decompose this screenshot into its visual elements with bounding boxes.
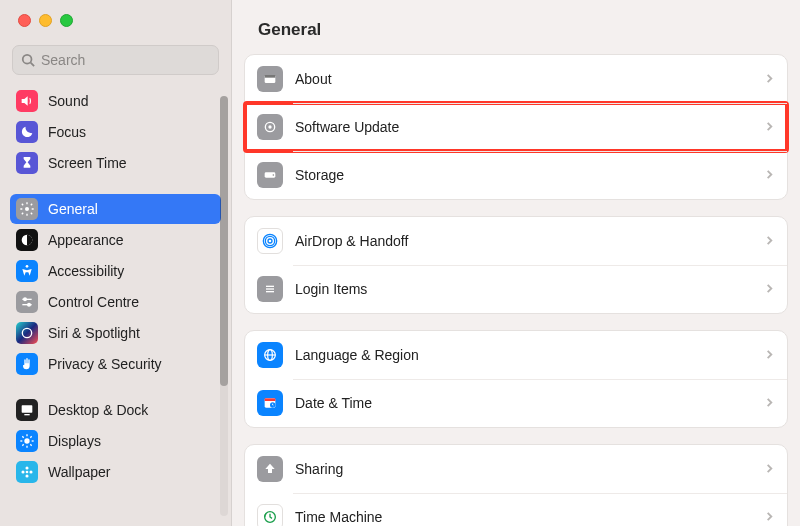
window-controls (0, 0, 231, 41)
svg-point-25 (29, 470, 32, 473)
card-language-date: Language & Region Date & Time (244, 330, 788, 428)
flower-icon (16, 461, 38, 483)
sidebar-item-label: Screen Time (48, 155, 127, 171)
main-pane: General About Software Update (232, 0, 800, 526)
svg-line-19 (22, 444, 23, 445)
sidebar-scrollbar[interactable] (220, 96, 228, 516)
sidebar-item-sound[interactable]: Sound (10, 86, 221, 116)
card-system: About Software Update Storage (244, 54, 788, 200)
row-label: Time Machine (295, 509, 764, 525)
svg-point-22 (25, 466, 28, 469)
svg-line-20 (30, 436, 31, 437)
siri-icon (16, 322, 38, 344)
sidebar-item-wallpaper[interactable]: Wallpaper (10, 457, 221, 487)
sidebar-item-accessibility[interactable]: Accessibility (10, 256, 221, 286)
sidebar-item-label: Desktop & Dock (48, 402, 148, 418)
airdrop-icon (257, 228, 283, 254)
row-language[interactable]: Language & Region (245, 331, 787, 379)
chevron-right-icon (764, 233, 775, 249)
globe-icon (257, 342, 283, 368)
row-date-time[interactable]: Date & Time (245, 379, 787, 427)
chevron-right-icon (764, 347, 775, 363)
row-software-update[interactable]: Software Update (245, 103, 787, 151)
svg-rect-42 (265, 398, 276, 401)
desktop-icon (16, 399, 38, 421)
sidebar-item-label: Displays (48, 433, 101, 449)
sidebar: Sound Focus Screen Time General (0, 0, 232, 526)
sidebar-item-siri[interactable]: Siri & Spotlight (10, 318, 221, 348)
chevron-right-icon (764, 281, 775, 297)
sidebar-item-general[interactable]: General (10, 194, 221, 224)
row-login-items[interactable]: Login Items (245, 265, 787, 313)
svg-point-21 (26, 471, 29, 474)
chevron-right-icon (764, 395, 775, 411)
svg-rect-11 (24, 414, 29, 415)
svg-point-9 (22, 328, 31, 337)
svg-marker-44 (265, 464, 274, 473)
svg-line-18 (30, 444, 31, 445)
sidebar-item-appearance[interactable]: Appearance (10, 225, 221, 255)
sliders-icon (16, 291, 38, 313)
card-airdrop-login: AirDrop & Handoff Login Items (244, 216, 788, 314)
svg-point-4 (26, 265, 29, 268)
row-airdrop[interactable]: AirDrop & Handoff (245, 217, 787, 265)
sidebar-item-label: Accessibility (48, 263, 124, 279)
sidebar-item-label: Siri & Spotlight (48, 325, 140, 341)
gear-icon (16, 198, 38, 220)
chevron-right-icon (764, 461, 775, 477)
hand-icon (16, 353, 38, 375)
row-about[interactable]: About (245, 55, 787, 103)
list-icon (257, 276, 283, 302)
minimize-window-button[interactable] (39, 14, 52, 27)
chevron-right-icon (764, 119, 775, 135)
row-label: Language & Region (295, 347, 764, 363)
hourglass-icon (16, 152, 38, 174)
row-storage[interactable]: Storage (245, 151, 787, 199)
accessibility-icon (16, 260, 38, 282)
sidebar-item-desktop-dock[interactable]: Desktop & Dock (10, 395, 221, 425)
svg-point-8 (28, 303, 31, 306)
close-window-button[interactable] (18, 14, 31, 27)
speaker-icon (16, 90, 38, 112)
sidebar-item-label: Privacy & Security (48, 356, 162, 372)
chevron-right-icon (764, 167, 775, 183)
scroll-thumb[interactable] (220, 96, 228, 386)
sidebar-item-control-centre[interactable]: Control Centre (10, 287, 221, 317)
svg-line-1 (31, 63, 35, 67)
sidebar-item-label: General (48, 201, 98, 217)
svg-point-32 (268, 239, 272, 243)
gear-badge-icon (257, 114, 283, 140)
time-machine-icon (257, 504, 283, 526)
svg-point-33 (265, 236, 274, 245)
svg-point-29 (268, 125, 271, 128)
search-input[interactable] (41, 52, 210, 68)
settings-window: Sound Focus Screen Time General (0, 0, 800, 526)
row-label: Date & Time (295, 395, 764, 411)
row-label: Software Update (295, 119, 764, 135)
moon-icon (16, 121, 38, 143)
svg-point-6 (24, 298, 27, 301)
row-label: Login Items (295, 281, 764, 297)
row-time-machine[interactable]: Time Machine (245, 493, 787, 526)
calendar-clock-icon (257, 390, 283, 416)
sidebar-item-privacy[interactable]: Privacy & Security (10, 349, 221, 379)
card-sharing-tm: Sharing Time Machine (244, 444, 788, 526)
share-icon (257, 456, 283, 482)
sidebar-item-screen-time[interactable]: Screen Time (10, 148, 221, 178)
chevron-right-icon (764, 509, 775, 525)
sidebar-item-displays[interactable]: Displays (10, 426, 221, 456)
search-field[interactable] (12, 45, 219, 75)
sidebar-item-label: Appearance (48, 232, 124, 248)
brightness-icon (16, 430, 38, 452)
svg-point-23 (25, 474, 28, 477)
sidebar-item-label: Focus (48, 124, 86, 140)
row-sharing[interactable]: Sharing (245, 445, 787, 493)
sidebar-list: Sound Focus Screen Time General (0, 85, 231, 526)
content: About Software Update Storage (232, 54, 800, 526)
sidebar-item-focus[interactable]: Focus (10, 117, 221, 147)
row-label: Storage (295, 167, 764, 183)
sidebar-item-label: Wallpaper (48, 464, 111, 480)
svg-point-0 (23, 55, 32, 64)
zoom-window-button[interactable] (60, 14, 73, 27)
svg-rect-10 (22, 405, 33, 412)
